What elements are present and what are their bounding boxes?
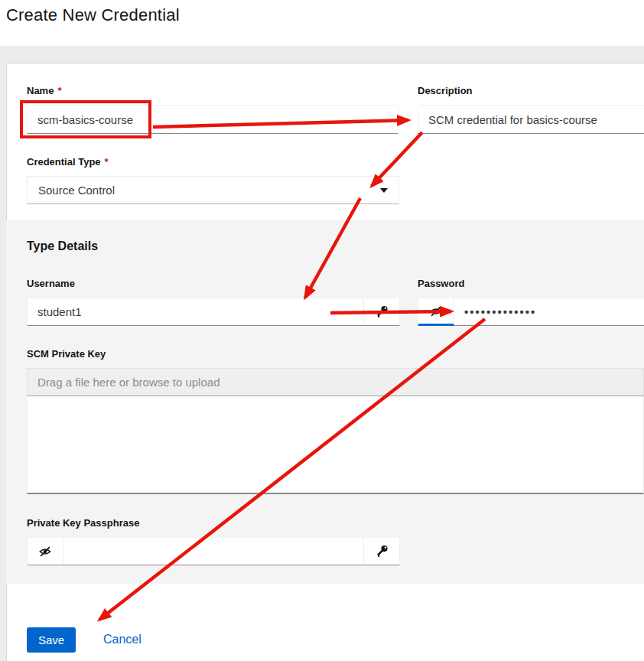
passphrase-input[interactable] [63,538,363,565]
passphrase-prompt-on-launch-button[interactable] [363,538,399,565]
username-input[interactable] [28,298,363,325]
credential-type-label: Credential Type* [27,156,109,168]
private-key-passphrase-label: Private Key Passphrase [27,517,139,529]
scm-private-key-dropzone[interactable]: Drag a file here or browse to upload [27,368,644,396]
username-prompt-on-launch-button[interactable] [363,298,399,325]
caret-down-icon [380,188,388,193]
scm-private-key-textarea[interactable] [27,396,644,494]
password-show-toggle-button[interactable] [418,298,454,326]
save-button[interactable]: Save [27,627,76,653]
key-icon [376,545,389,558]
credential-type-value: Source Control [38,184,115,197]
type-details-heading: Type Details [27,239,98,253]
description-label: Description [418,85,473,96]
description-input[interactable] [418,105,644,134]
name-input[interactable] [27,105,398,134]
eye-slash-icon [38,545,52,558]
scm-private-key-label: SCM Private Key [27,348,106,360]
cancel-link[interactable]: Cancel [103,633,141,646]
key-icon [376,305,389,318]
passphrase-show-toggle-button[interactable] [28,538,63,565]
required-asterisk: * [105,156,109,168]
credential-type-select[interactable]: Source Control [27,176,399,204]
password-label: Password [418,278,464,289]
name-label: Name* [27,85,61,96]
password-input[interactable]: ••••••••••••• [454,298,644,325]
dropzone-placeholder: Drag a file here or browse to upload [37,376,220,389]
page-title: Create New Credential [6,5,180,25]
required-asterisk: * [57,85,61,96]
username-label: Username [27,278,75,289]
eye-slash-icon [429,304,443,318]
